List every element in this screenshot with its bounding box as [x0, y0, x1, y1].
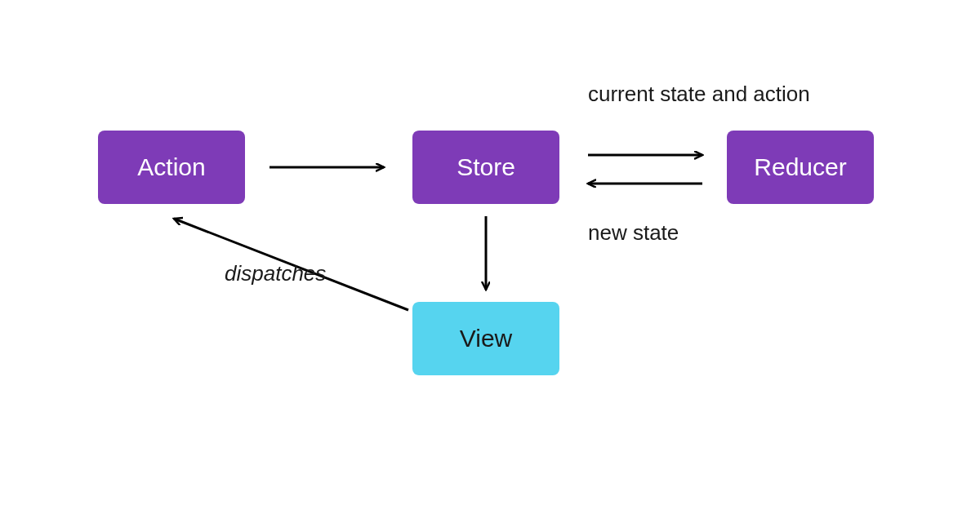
node-action: Action	[98, 131, 245, 204]
node-reducer: Reducer	[727, 131, 874, 204]
arrows-layer	[0, 0, 980, 514]
node-view: View	[412, 302, 559, 375]
node-view-label: View	[460, 325, 512, 352]
redux-flow-diagram: Action Store Reducer View current state …	[0, 0, 980, 514]
node-reducer-label: Reducer	[754, 153, 846, 181]
node-action-label: Action	[137, 153, 205, 181]
node-store: Store	[412, 131, 559, 204]
node-store-label: Store	[457, 153, 515, 181]
label-dispatches: dispatches	[225, 261, 326, 286]
label-current-state-and-action: current state and action	[588, 82, 810, 107]
label-new-state: new state	[588, 220, 679, 246]
